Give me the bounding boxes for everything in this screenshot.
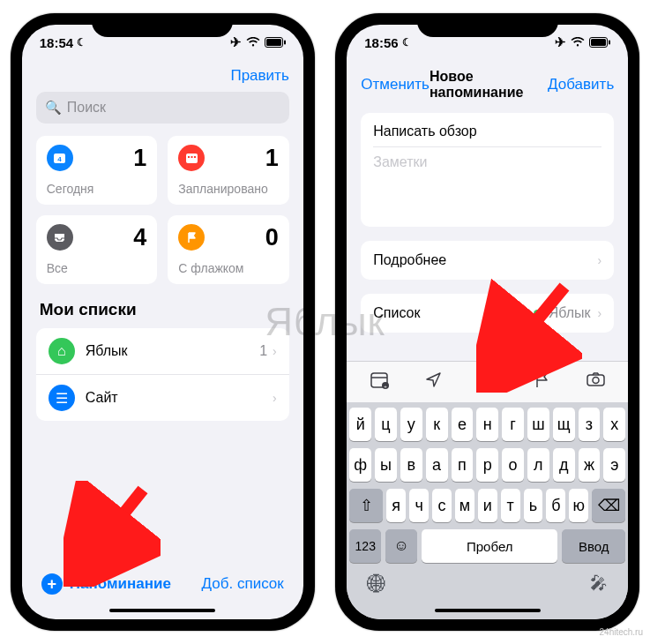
- modal-title: Новое напоминание: [430, 69, 548, 101]
- list-picker-row[interactable]: Список Яблык ›: [361, 294, 614, 333]
- airplane-icon: ✈︎: [555, 34, 566, 50]
- svg-rect-12: [609, 40, 610, 44]
- letter-key[interactable]: э: [603, 448, 625, 482]
- list-label: Список: [373, 305, 420, 321]
- list-row-yablyk[interactable]: ⌂ Яблык 1 ›: [36, 328, 289, 375]
- card-scheduled[interactable]: 1 Запланировано: [168, 136, 289, 205]
- list-name: Сайт: [86, 390, 267, 406]
- card-flagged-count: 0: [265, 224, 279, 251]
- list-name: Яблык: [86, 343, 259, 359]
- list-row-site[interactable]: ☰ Сайт ›: [36, 375, 289, 421]
- card-flagged-label: С флажком: [178, 261, 279, 275]
- letter-key[interactable]: с: [432, 489, 452, 522]
- letter-key[interactable]: з: [579, 408, 601, 441]
- card-today[interactable]: 4 1 Сегодня: [36, 136, 158, 205]
- svg-text:4: 4: [58, 155, 63, 163]
- battery-icon: [589, 35, 610, 50]
- return-key[interactable]: Ввод: [562, 529, 625, 563]
- details-row[interactable]: Подробнее ›: [361, 241, 614, 280]
- letter-key[interactable]: ж: [579, 448, 601, 482]
- letter-key[interactable]: х: [603, 408, 625, 441]
- card-flagged[interactable]: 0 С флажком: [168, 215, 289, 284]
- letter-key[interactable]: щ: [553, 408, 575, 441]
- reminder-form-card: Написать обзор Заметки: [361, 113, 614, 227]
- hashtag-tool-icon[interactable]: #: [470, 371, 505, 393]
- svg-rect-9: [194, 156, 196, 158]
- keyboard-area: + # йцукенгшщзх фывапролджэ ⇧ ячсмитьбю …: [347, 361, 628, 619]
- status-time: 18:56: [364, 35, 398, 50]
- home-indicator[interactable]: [435, 609, 541, 612]
- letter-key[interactable]: и: [478, 489, 497, 522]
- shift-key[interactable]: ⇧: [349, 489, 383, 522]
- svg-rect-8: [191, 156, 192, 158]
- backspace-key[interactable]: ⌫: [592, 489, 625, 522]
- letter-key[interactable]: р: [476, 448, 498, 482]
- add-list-button[interactable]: Доб. список: [202, 575, 284, 593]
- dnd-moon-icon: ☾: [77, 36, 86, 49]
- camera-tool-icon[interactable]: [579, 371, 614, 393]
- my-lists-title: Мои списки: [40, 300, 289, 319]
- svg-text:+: +: [384, 384, 387, 389]
- flag-tool-icon[interactable]: [524, 371, 559, 393]
- svg-rect-11: [591, 39, 606, 46]
- letter-key[interactable]: е: [452, 408, 474, 441]
- card-all[interactable]: 4 Все: [36, 215, 158, 284]
- list-bullets-icon: ☰: [49, 385, 75, 411]
- letter-key[interactable]: ш: [527, 408, 549, 441]
- letter-key[interactable]: п: [452, 448, 474, 482]
- letter-key[interactable]: д: [553, 448, 575, 482]
- letter-key[interactable]: м: [455, 489, 474, 522]
- cancel-button[interactable]: Отменить: [361, 76, 430, 94]
- globe-icon[interactable]: 🌐︎: [367, 573, 386, 596]
- edit-button[interactable]: Править: [230, 67, 288, 84]
- reminder-title-input[interactable]: Написать обзор: [373, 124, 601, 147]
- list-color-dot: [534, 310, 542, 318]
- chevron-right-icon: ›: [273, 344, 277, 358]
- add-button[interactable]: Добавить: [548, 76, 614, 94]
- numbers-key[interactable]: 123: [349, 529, 381, 563]
- card-all-label: Все: [47, 261, 147, 275]
- calendar-today-icon: 4: [47, 145, 73, 171]
- new-reminder-button[interactable]: + Напоминание: [41, 573, 171, 595]
- letter-key[interactable]: т: [501, 489, 520, 522]
- space-key[interactable]: Пробел: [422, 529, 557, 563]
- letter-key[interactable]: о: [502, 448, 524, 482]
- mic-icon[interactable]: 🎤︎: [590, 573, 608, 596]
- letter-key[interactable]: у: [400, 408, 422, 441]
- my-lists: ⌂ Яблык 1 › ☰ Сайт ›: [36, 328, 289, 421]
- inbox-icon: [47, 224, 73, 251]
- details-label: Подробнее: [373, 252, 446, 268]
- emoji-key[interactable]: ☺: [385, 529, 417, 563]
- dnd-moon-icon: ☾: [402, 36, 412, 49]
- calendar-tool-icon[interactable]: +: [362, 371, 397, 393]
- letter-key[interactable]: ы: [375, 448, 397, 482]
- card-scheduled-count: 1: [265, 145, 279, 172]
- wifi-icon: [246, 35, 260, 50]
- letter-key[interactable]: к: [426, 408, 448, 441]
- letter-key[interactable]: й: [349, 408, 371, 441]
- letter-key[interactable]: г: [502, 408, 524, 441]
- calendar-icon: [178, 145, 205, 171]
- letter-key[interactable]: ц: [375, 408, 397, 441]
- phone-left: 18:54 ☾ ✈︎ Править 🔍 Поиск 4 1: [11, 13, 315, 631]
- battery-icon: [265, 35, 286, 50]
- letter-key[interactable]: а: [426, 448, 448, 482]
- letter-key[interactable]: в: [400, 448, 422, 482]
- letter-key[interactable]: ф: [349, 448, 371, 482]
- keyboard: йцукенгшщзх фывапролджэ ⇧ ячсмитьбю ⌫ 12…: [347, 402, 628, 619]
- wifi-icon: [571, 35, 585, 50]
- chevron-right-icon: ›: [598, 306, 602, 320]
- svg-point-18: [593, 378, 599, 384]
- letter-key[interactable]: б: [546, 489, 565, 522]
- home-indicator[interactable]: [109, 609, 215, 612]
- reminder-notes-input[interactable]: Заметки: [373, 154, 601, 216]
- location-tool-icon[interactable]: [415, 371, 451, 393]
- search-input[interactable]: 🔍 Поиск: [36, 92, 289, 124]
- status-time: 18:54: [40, 35, 73, 50]
- letter-key[interactable]: ч: [409, 489, 429, 522]
- letter-key[interactable]: н: [476, 408, 498, 441]
- letter-key[interactable]: ь: [524, 489, 543, 522]
- letter-key[interactable]: л: [527, 448, 549, 482]
- letter-key[interactable]: я: [386, 489, 406, 522]
- letter-key[interactable]: ю: [569, 489, 588, 522]
